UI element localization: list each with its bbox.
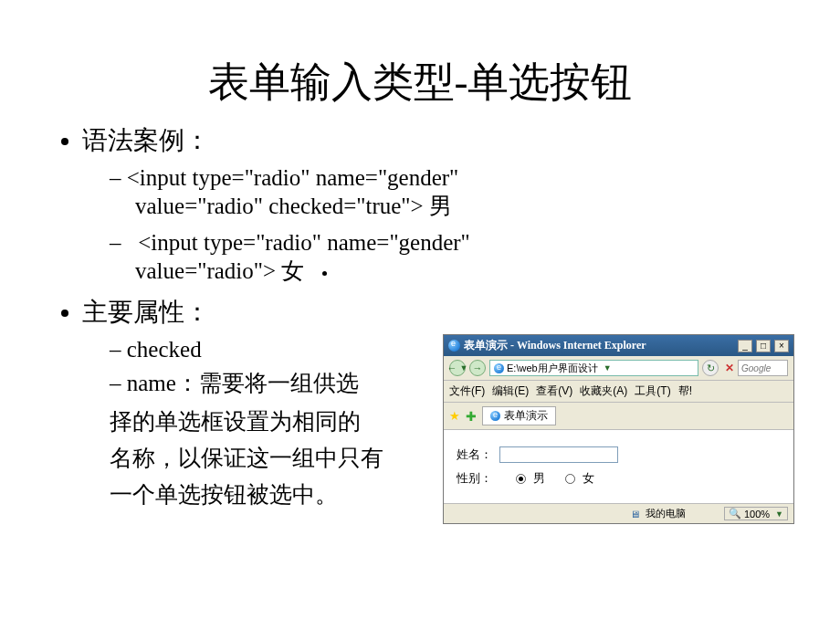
zoom-icon: 🔍	[729, 508, 741, 520]
ie-navbar: ←▼ → E:\web用户界面设计 ▼ ↻ ✕ Google	[444, 356, 793, 381]
ie-logo-icon	[448, 340, 460, 352]
zoom-value: 100%	[744, 509, 770, 520]
form-row-gender: 性别： 男 女	[457, 470, 781, 487]
attr-desc: 择的单选框设置为相同的 名称，以保证这一组中只有 一个单选按钮被选中。	[82, 404, 438, 513]
attr-name: name：需要将一组供选	[110, 368, 438, 398]
attr-name-t1: 需要将一组供选	[199, 371, 359, 395]
attr-desc-3: 名称，以保证这一组中只有	[110, 440, 438, 477]
radio-male[interactable]	[516, 474, 526, 484]
add-favorite-icon[interactable]: ✚	[466, 409, 477, 424]
ie-title-text: 表单演示 - Windows Internet Explorer	[464, 338, 734, 353]
ie-tabbar: ★ ✚ 表单演示	[444, 403, 793, 430]
attr-desc-4: 一个单选按钮被选中。	[110, 477, 438, 513]
minimize-button[interactable]: _	[738, 340, 752, 352]
menu-favorites[interactable]: 收藏夹(A)	[580, 383, 627, 399]
dot-icon	[322, 271, 327, 276]
menu-view[interactable]: 查看(V)	[536, 383, 572, 399]
chevron-down-icon: ▼	[460, 363, 468, 373]
back-button[interactable]: ←▼	[449, 360, 466, 376]
zoom-dropdown-icon[interactable]: ▼	[775, 509, 783, 519]
ie-content: 姓名： 性别： 男 女	[444, 430, 793, 504]
attr-desc-2: 择的单选框设置为相同的	[110, 404, 438, 440]
bullet-syntax-label: 语法案例：	[82, 126, 210, 154]
status-zone: 我的电脑	[646, 507, 686, 520]
radio-female[interactable]	[565, 474, 575, 484]
attrs-row: checked name：需要将一组供选 择的单选框设置为相同的 名称，以保证这…	[82, 330, 794, 524]
ie-menubar: 文件(F) 编辑(E) 查看(V) 收藏夹(A) 工具(T) 帮!	[444, 381, 793, 403]
maximize-button[interactable]: □	[756, 340, 771, 352]
ie-window: 表单演示 - Windows Internet Explorer _ □ × ←…	[443, 334, 794, 524]
radio-male-label: 男	[533, 470, 545, 487]
slide: 表单输入类型-单选按钮 语法案例： <input type="radio" na…	[0, 0, 840, 630]
search-box[interactable]: Google	[738, 360, 788, 376]
syntax-sub: <input type="radio" name="gender" value=…	[82, 165, 794, 286]
bullet-syntax: 语法案例： <input type="radio" name="gender" …	[82, 123, 794, 286]
forward-button[interactable]: →	[469, 360, 486, 376]
code-line-1b: value="radio" checked="true"> 男	[110, 191, 794, 221]
attr-name-label: name：	[127, 371, 199, 395]
tab-favicon-icon	[490, 411, 500, 421]
slide-title: 表单输入类型-单选按钮	[46, 55, 794, 110]
menu-edit[interactable]: 编辑(E)	[492, 383, 529, 399]
name-label: 姓名：	[457, 446, 492, 463]
tab-label: 表单演示	[504, 408, 548, 424]
attrs-block: checked name：需要将一组供选 择的单选框设置为相同的 名称，以保证这…	[82, 330, 438, 513]
bullet-attrs-label: 主要属性：	[82, 298, 210, 326]
attr-sublist: checked name：需要将一组供选	[82, 337, 438, 398]
computer-icon: 🖥	[630, 509, 640, 520]
zoom-control[interactable]: 🔍 100% ▼	[724, 507, 788, 520]
close-button[interactable]: ×	[774, 340, 789, 352]
stop-button[interactable]: ✕	[725, 362, 734, 374]
ie-statusbar: 🖥 我的电脑 🔍 100% ▼	[444, 504, 793, 523]
page-icon	[494, 363, 504, 373]
search-placeholder: Google	[741, 363, 771, 373]
menu-file[interactable]: 文件(F)	[449, 383, 485, 399]
bullet-attrs: 主要属性： checked name：需要将一组供选 择的单选框设置为相同的 名…	[82, 295, 794, 524]
favorites-star-icon[interactable]: ★	[449, 409, 460, 423]
addr-dropdown-icon[interactable]: ▼	[604, 363, 612, 373]
ie-titlebar[interactable]: 表单演示 - Windows Internet Explorer _ □ ×	[444, 335, 793, 356]
address-text: E:\web用户界面设计	[507, 362, 598, 375]
code-line-2b: value="radio"> 女	[110, 256, 794, 286]
code-example-2: <input type="radio" name="gender" value=…	[110, 230, 794, 286]
code-example-1: <input type="radio" name="gender" value=…	[110, 165, 794, 221]
attr-checked: checked	[110, 337, 438, 362]
refresh-button[interactable]: ↻	[702, 360, 719, 376]
code-line-2a: <input type="radio" name="gender"	[138, 230, 470, 255]
radio-female-label: 女	[583, 470, 594, 487]
bullet-list: 语法案例： <input type="radio" name="gender" …	[46, 123, 794, 524]
address-bar[interactable]: E:\web用户界面设计 ▼	[489, 360, 698, 376]
browser-tab[interactable]: 表单演示	[482, 406, 556, 425]
menu-tools[interactable]: 工具(T)	[635, 383, 670, 399]
form-row-name: 姓名：	[457, 446, 781, 463]
code-line-1a: <input type="radio" name="gender"	[127, 165, 459, 190]
gender-label: 性别：	[457, 470, 492, 487]
menu-help[interactable]: 帮!	[678, 383, 692, 399]
name-input[interactable]	[499, 446, 618, 463]
